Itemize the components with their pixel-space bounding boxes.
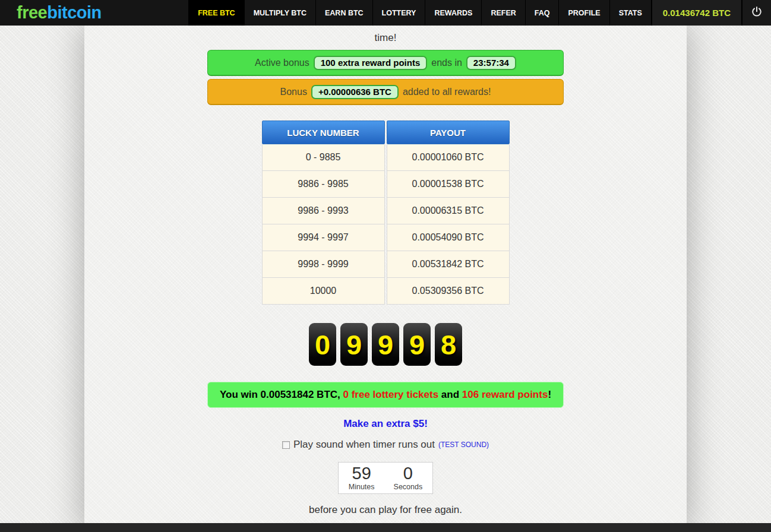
table-row: 9986 - 9993 0.00006315 BTC — [262, 198, 510, 224]
timer-seconds-cell: 0 Seconds — [394, 464, 423, 493]
lucky-number-range: 10000 — [262, 278, 385, 305]
timer-seconds-label: Seconds — [394, 483, 423, 491]
lucky-number-range: 9998 - 9999 — [262, 251, 385, 278]
win-reward-points: 106 reward points — [462, 389, 548, 401]
timer-minutes-value: 59 — [349, 464, 375, 483]
active-bonus-badge: 100 extra reward points — [314, 56, 428, 70]
lucky-number-range: 9886 - 9985 — [262, 171, 385, 198]
payout-value: 0.05309356 BTC — [387, 278, 510, 305]
nav-tab-free-btc[interactable]: FREE BTC — [188, 0, 244, 26]
nav-tab-stats[interactable]: STATS — [609, 0, 651, 26]
roll-result-display: 0 9 9 9 8 — [84, 323, 687, 366]
extra-link-row: Make an extra $5! — [84, 417, 687, 430]
roll-digit: 9 — [340, 323, 368, 366]
logo-free: free — [17, 3, 47, 23]
table-row: 9886 - 9985 0.00001538 BTC — [262, 171, 510, 198]
bonus-prefix: Bonus — [280, 87, 307, 97]
timer-seconds-value: 0 — [394, 464, 423, 483]
nav-tab-refer[interactable]: REFER — [481, 0, 524, 26]
active-bonus-middle: ends in — [431, 58, 462, 68]
footer-bar — [0, 523, 771, 532]
make-extra-link[interactable]: Make an extra $5! — [343, 417, 428, 430]
play-again-note: before you can play for free again. — [84, 504, 687, 517]
payout-value: 0.00001538 BTC — [387, 171, 510, 198]
table-row: 9994 - 9997 0.00054090 BTC — [262, 224, 510, 251]
payout-value: 0.00054090 BTC — [387, 224, 510, 251]
table-row: 10000 0.05309356 BTC — [262, 278, 510, 305]
payout-value: 0.00531842 BTC — [387, 251, 510, 278]
lucky-number-range: 0 - 9885 — [262, 144, 385, 171]
intro-text: time! — [84, 30, 687, 46]
bonus-suffix: added to all rewards! — [403, 87, 491, 97]
power-icon — [751, 6, 763, 20]
column-header-payout: PAYOUT — [387, 121, 510, 144]
win-text: ! — [548, 389, 551, 401]
logout-button[interactable] — [741, 0, 771, 26]
nav-tab-earn-btc[interactable]: EARN BTC — [315, 0, 372, 26]
column-header-lucky-number: LUCKY NUMBER — [262, 121, 385, 144]
nav-tab-faq[interactable]: FAQ — [525, 0, 559, 26]
play-sound-label: Play sound when timer runs out — [293, 438, 435, 451]
lucky-number-range: 9994 - 9997 — [262, 224, 385, 251]
payout-value: 0.00001060 BTC — [387, 144, 510, 171]
active-bonus-prefix: Active bonus — [255, 58, 309, 68]
payout-table-header-row: LUCKY NUMBER PAYOUT — [262, 121, 510, 144]
btc-balance[interactable]: 0.01436742 BTC — [651, 0, 741, 26]
bonus-amount-badge: +0.00000636 BTC — [311, 85, 399, 99]
nav-menu: FREE BTC MULTIPLY BTC EARN BTC LOTTERY R… — [188, 0, 771, 26]
test-sound-link[interactable]: (TEST SOUND) — [438, 438, 489, 451]
table-row: 0 - 9885 0.00001060 BTC — [262, 144, 510, 171]
lucky-number-range: 9986 - 9993 — [262, 198, 385, 224]
win-message-banner: You win 0.00531842 BTC, 0 free lottery t… — [207, 382, 564, 408]
win-lottery-tickets: 0 free lottery tickets — [343, 389, 439, 401]
active-bonus-banner: Active bonus 100 extra reward points end… — [207, 50, 564, 76]
top-navbar: freebitcoin FREE BTC MULTIPLY BTC EARN B… — [0, 0, 771, 26]
nav-tab-rewards[interactable]: REWARDS — [425, 0, 481, 26]
countdown-timer: 59 Minutes 0 Seconds — [338, 462, 433, 494]
payout-table: LUCKY NUMBER PAYOUT 0 - 9885 0.00001060 … — [260, 121, 511, 305]
win-text: and — [438, 389, 462, 401]
sound-option-row: Play sound when timer runs out (TEST SOU… — [84, 438, 687, 451]
logo-bitcoin: bitcoin — [47, 3, 102, 23]
roll-digit: 9 — [403, 323, 431, 366]
roll-digit: 9 — [372, 323, 399, 366]
play-sound-checkbox[interactable] — [282, 441, 290, 449]
timer-minutes-cell: 59 Minutes — [349, 464, 375, 493]
nav-tab-lottery[interactable]: LOTTERY — [372, 0, 425, 26]
nav-tab-multiply-btc[interactable]: MULTIPLY BTC — [244, 0, 315, 26]
win-text: You win 0.00531842 BTC, — [220, 389, 343, 401]
timer-minutes-label: Minutes — [349, 483, 375, 491]
main-content: time! Active bonus 100 extra reward poin… — [84, 26, 687, 532]
site-logo[interactable]: freebitcoin — [0, 0, 102, 26]
roll-digit: 0 — [309, 323, 336, 366]
active-bonus-countdown: 23:57:34 — [466, 56, 516, 70]
nav-tab-profile[interactable]: PROFILE — [558, 0, 609, 26]
roll-digit: 8 — [435, 323, 462, 366]
reward-bonus-banner: Bonus +0.00000636 BTC added to all rewar… — [207, 79, 564, 105]
table-row: 9998 - 9999 0.00531842 BTC — [262, 251, 510, 278]
payout-value: 0.00006315 BTC — [387, 198, 510, 224]
